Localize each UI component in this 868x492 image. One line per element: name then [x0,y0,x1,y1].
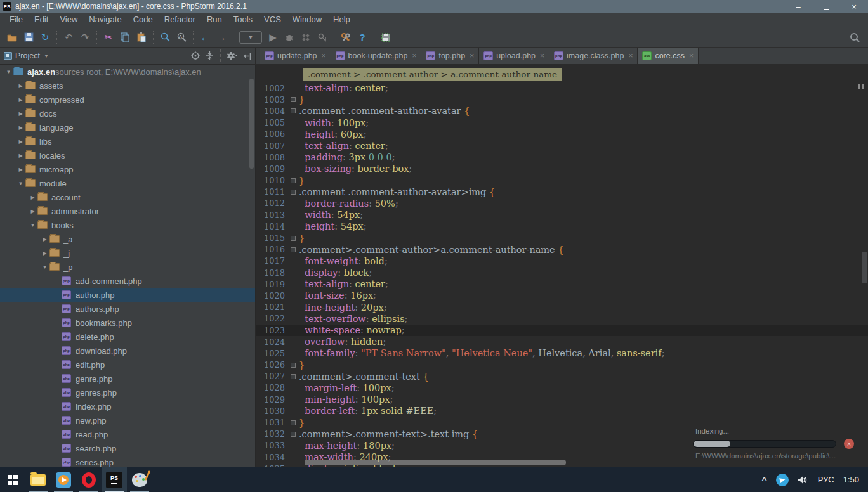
back-icon[interactable]: ← [197,30,213,45]
tree-item-_j[interactable]: ▶_j [0,246,255,260]
telegram-icon[interactable] [776,474,789,486]
menu-help[interactable]: Help [327,13,356,27]
project-scrollbar-thumb[interactable] [249,79,254,169]
menu-window[interactable]: Window [287,13,327,27]
find-icon[interactable] [157,30,173,45]
tab-update.php[interactable]: phpupdate.php× [260,48,331,64]
chevron-right-icon[interactable]: ▶ [16,111,25,117]
tree-item-books[interactable]: ▼books [0,218,255,232]
chevron-right-icon[interactable]: ▶ [16,97,25,103]
chevron-down-icon[interactable]: ▼ [44,53,49,59]
tab-top.php[interactable]: phptop.php× [421,48,479,64]
tray-chevron-up-icon[interactable]: ^ [761,476,766,484]
code-line-1017[interactable]: 1017 font-weight: bold; [256,256,868,267]
chevron-right-icon[interactable]: ▶ [40,236,49,242]
tree-item-read.php[interactable]: phpread.php [0,427,255,441]
chevron-right-icon[interactable]: ▶ [28,195,37,200]
project-panel-header[interactable]: Project ▼ [0,48,256,64]
run-configuration-dropdown[interactable]: ▼ [239,31,262,44]
code-line-1014[interactable]: 1014 height: 54px; [256,221,868,232]
tree-item-authors.php[interactable]: phpauthors.php [0,302,255,316]
close-tab-icon[interactable]: × [689,51,694,60]
code-line-1006[interactable]: 1006 height: 60px; [256,129,868,140]
code-line-1004[interactable]: 1004.comment .comment-author-avatar { [256,105,868,117]
editor-horizontal-scrollbar-thumb[interactable] [305,460,566,465]
code-line-1007[interactable]: 1007 text-align: center; [256,140,868,152]
paste-icon[interactable] [133,30,150,45]
fold-marker[interactable] [287,374,299,379]
chevron-right-icon[interactable]: ▶ [16,125,25,131]
menu-edit[interactable]: Edit [29,13,54,27]
tree-item-administrator[interactable]: ▶administrator [0,204,255,218]
code-line-1031[interactable]: 1031} [256,417,868,428]
close-tab-icon[interactable]: × [412,51,416,60]
start-button[interactable] [0,467,25,492]
fold-marker[interactable] [287,247,299,252]
tree-item-docs[interactable]: ▶docs [0,107,255,120]
code-line-1005[interactable]: 1005 width: 100px; [256,117,868,129]
taskbar-phpstorm[interactable]: PS [102,467,127,492]
tree-item-module[interactable]: ▼module [0,176,255,190]
code-line-1024[interactable]: 1024 overflow: hidden; [256,336,868,347]
chevron-down-icon[interactable]: ▼ [40,264,49,270]
menu-navigate[interactable]: Navigate [83,13,127,27]
code-line-1012[interactable]: 1012 border-radius: 50%; [256,198,868,209]
code-line-1011[interactable]: 1011.comment .comment-author-avatar>img … [256,186,868,198]
code-line-1025[interactable]: 1025 font-family: "PT Sans Narrow", "Hel… [256,347,868,359]
close-tab-icon[interactable]: × [628,51,633,60]
code-line-1010[interactable]: 1010} [256,175,868,186]
code-line-1030[interactable]: 1030 border-left: 1px solid #EEE; [256,405,868,417]
tree-item-_p[interactable]: ▼_p [0,260,255,274]
close-tab-icon[interactable]: × [540,51,544,60]
tree-item-genres.php[interactable]: phpgenres.php [0,385,255,399]
tree-item-genre.php[interactable]: phpgenre.php [0,372,255,385]
fold-marker[interactable] [287,420,299,425]
tab-image.class.php[interactable]: phpimage.class.php× [549,48,638,64]
help-icon[interactable]: ? [354,30,371,45]
code-line-1016[interactable]: 1016.comment>.comment-author>a.comment-a… [256,244,868,256]
fold-marker[interactable] [287,363,299,368]
code-line-1008[interactable]: 1008 padding: 3px 0 0 0; [256,152,868,163]
menu-view[interactable]: View [54,13,83,27]
menu-run[interactable]: Run [201,13,228,27]
menu-vcs[interactable]: VCS [258,13,287,27]
chevron-right-icon[interactable]: ▶ [40,250,49,256]
tree-item-account[interactable]: ▶account [0,190,255,204]
close-tab-icon[interactable]: × [322,51,326,60]
cut-icon[interactable]: ✂ [100,30,117,45]
tree-item-_a[interactable]: ▶_a [0,232,255,246]
code-line-1026[interactable]: 1026} [256,359,868,371]
coverage-icon[interactable] [298,30,314,45]
code-line-1029[interactable]: 1029 min-height: 100px; [256,394,868,405]
menu-tools[interactable]: Tools [228,13,258,27]
code-line-1021[interactable]: 1021 line-height: 20px; [256,302,868,313]
tree-item-libs[interactable]: ▶libs [0,134,255,148]
fold-marker[interactable] [287,108,299,113]
taskbar-media-player[interactable] [51,467,76,492]
taskbar-file-explorer[interactable] [25,467,51,492]
tree-item-bookmarks.php[interactable]: phpbookmarks.php [0,316,255,330]
code-line-1022[interactable]: 1022 text-overflow: ellipsis; [256,313,868,325]
tree-item-microapp[interactable]: ▶microapp [0,162,255,176]
code-area[interactable]: 1002 text-align: center;1003}1004.commen… [256,65,868,467]
chevron-down-icon[interactable]: ▼ [16,181,25,186]
undo-icon[interactable]: ↶ [60,30,77,45]
editor[interactable]: .comment > .comment-author > a.comment-a… [256,65,868,467]
chevron-right-icon[interactable]: ▶ [16,83,25,89]
fold-marker[interactable] [287,178,299,183]
editor-vertical-scrollbar-thumb[interactable] [862,252,867,283]
menu-refactor[interactable]: Refactor [159,13,201,27]
code-line-1009[interactable]: 1009 box-sizing: border-box; [256,163,868,174]
settings-icon[interactable] [338,30,354,45]
maximize-button[interactable] [812,0,840,13]
menu-code[interactable]: Code [128,13,159,27]
tab-upload.php[interactable]: phpupload.php× [479,48,549,64]
tree-item-download.php[interactable]: phpdownload.php [0,344,255,358]
export-settings-icon[interactable] [378,30,394,45]
close-button[interactable]: × [840,0,868,13]
redo-icon[interactable]: ↷ [77,30,93,45]
tree-item-locales[interactable]: ▶locales [0,148,255,162]
tree-item-index.php[interactable]: phpindex.php [0,399,255,413]
menu-file[interactable]: File [4,13,29,27]
minimize-button[interactable]: – [784,0,812,13]
